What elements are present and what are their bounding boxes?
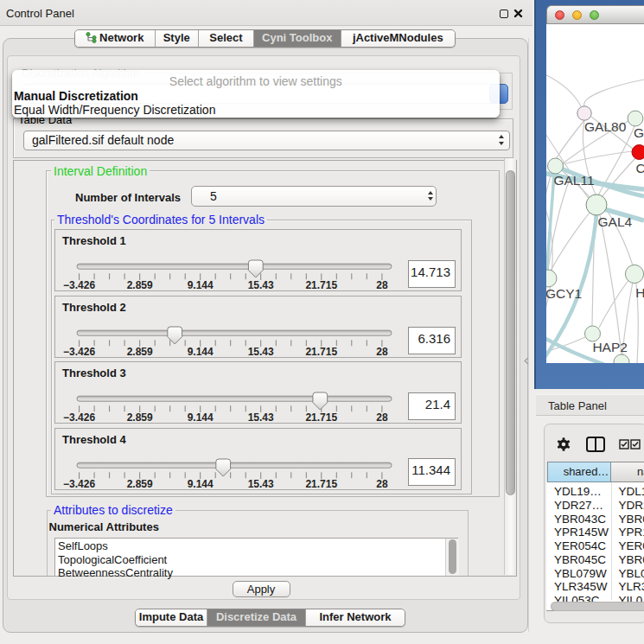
svg-text:GCY1: GCY1 xyxy=(546,286,582,301)
svg-text:H: H xyxy=(635,285,644,300)
svg-text:HAP2: HAP2 xyxy=(592,340,628,354)
svg-text:C: C xyxy=(635,161,644,175)
svg-text:GAL80: GAL80 xyxy=(584,119,627,134)
svg-text:GA: GA xyxy=(634,125,644,140)
svg-text:GAL11: GAL11 xyxy=(553,173,594,188)
svg-text:GAL4: GAL4 xyxy=(598,214,633,229)
